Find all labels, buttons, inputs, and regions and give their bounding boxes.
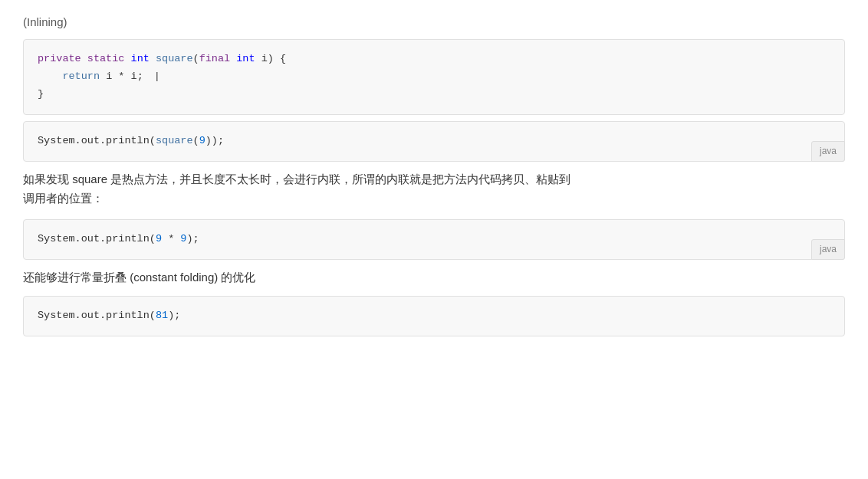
code-block-3: System.out.println(9 * 9); java — [23, 219, 845, 260]
constant-folding-label: 还能够进行常量折叠 (constant folding) 的优化 — [23, 271, 845, 285]
arg-open: ( — [193, 135, 199, 146]
arg-close: )); — [205, 135, 224, 146]
code-text-3b: ); — [186, 233, 199, 244]
paren-open: ( — [193, 53, 199, 64]
inlining-label: (Inlining) — [23, 15, 845, 28]
lang-badge-2: java — [811, 239, 845, 259]
cursor-indicator: | — [154, 68, 160, 86]
code-line-1: private static int square(final int i) { — [38, 51, 830, 68]
expr: i * i; — [106, 71, 143, 82]
code-text-2: System.out.println( — [38, 135, 156, 146]
num-81: 81 — [156, 310, 168, 321]
fn-call: square — [156, 135, 193, 146]
param-i: i) { — [261, 53, 286, 64]
kw-int: int — [131, 53, 156, 64]
code-text-4a: System.out.println( — [38, 310, 156, 321]
desc-line2: 调用者的位置： — [23, 192, 104, 205]
description-text: 如果发现 square 是热点方法，并且长度不太长时，会进行内联，所谓的内联就是… — [23, 169, 845, 208]
num-9a: 9 — [156, 233, 162, 244]
code-block-1: private static int square(final int i) {… — [23, 39, 845, 115]
code-text-3a: System.out.println( — [38, 233, 156, 244]
code-line-2: return i * i;| — [38, 68, 830, 86]
num-9: 9 — [199, 135, 205, 146]
code-text-4b: ); — [168, 310, 180, 321]
fn-square: square — [156, 53, 193, 64]
brace-close: } — [38, 88, 44, 100]
kw-return: return — [62, 71, 106, 82]
kw-int2: int — [236, 53, 261, 64]
code-block-2: System.out.println(square(9)); java — [23, 121, 845, 162]
kw-final: final — [199, 53, 237, 64]
kw-private: private — [38, 53, 87, 64]
lang-badge-1: java — [811, 141, 845, 161]
indent — [38, 71, 62, 82]
op-mul: * — [162, 233, 180, 244]
kw-static: static — [87, 53, 131, 64]
desc-line1: 如果发现 square 是热点方法，并且长度不太长时，会进行内联，所谓的内联就是… — [23, 172, 570, 185]
code-block-4: System.out.println(81); — [23, 296, 845, 336]
code-line-3: } — [38, 86, 830, 103]
